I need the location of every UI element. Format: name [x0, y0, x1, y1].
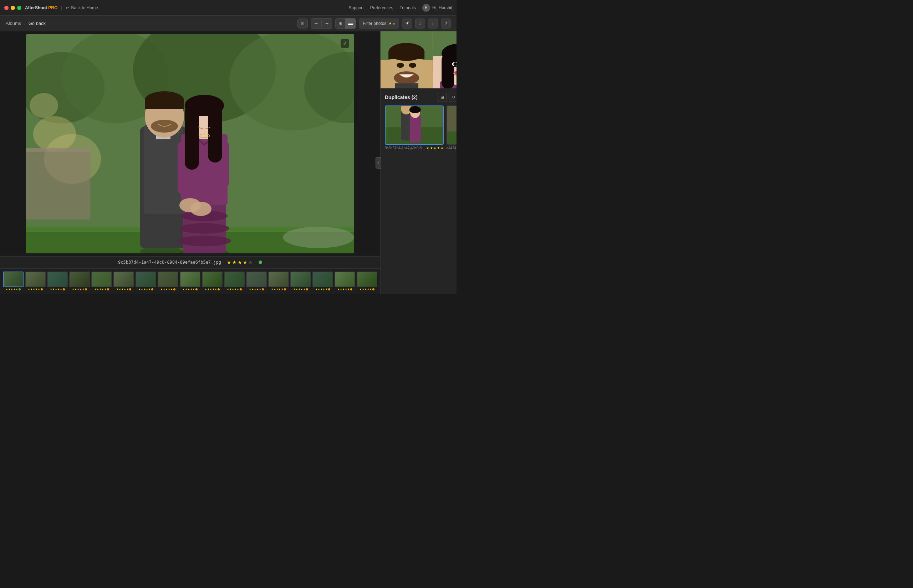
photo-info-bar: 9c5b37d4-1a47-49c0-8984-89efae6fb5e7.jpg… [0, 256, 380, 268]
sort-button[interactable]: ↕ [415, 19, 425, 29]
zoom-out-button[interactable]: − [311, 19, 321, 29]
zoom-in-button[interactable]: + [322, 19, 332, 29]
face-thumb-man[interactable] [380, 31, 433, 88]
back-home-icon: ↩ [66, 5, 69, 10]
breadcrumb: Albums › Go back [6, 21, 46, 26]
film-thumb-img-2 [25, 271, 46, 287]
svg-rect-20 [145, 100, 184, 109]
toolbar: Albums › Go back ⊡ − + ⊞ ▬ Filter photos… [0, 16, 456, 31]
film-thumb-6[interactable]: ★★★★★ [113, 271, 134, 291]
star-4[interactable]: ★ [243, 259, 248, 265]
photo-color-dot [259, 260, 262, 264]
svg-point-31 [190, 202, 212, 216]
albums-breadcrumb[interactable]: Albums [6, 21, 21, 26]
grid-view-button[interactable]: ⊞ [336, 19, 345, 29]
titlebar: AfterShoot PRO | ↩ Back to Home Support … [0, 0, 456, 16]
traffic-lights [4, 6, 21, 10]
collapse-icon: › [378, 161, 379, 165]
preferences-link[interactable]: Preferences [370, 5, 393, 10]
support-link[interactable]: Support [349, 5, 364, 10]
film-thumb-img-3 [47, 271, 68, 287]
photo-panel: ⤢ 9c5b37d4-1a47-49c0-8984-89efae6fb5e7.j… [0, 31, 380, 294]
main-photo [26, 34, 354, 254]
star-3[interactable]: ★ [238, 259, 242, 265]
filter-photos-label: Filter photos [363, 21, 386, 26]
dup-thumb-img-1 [385, 105, 444, 145]
face-section [380, 31, 456, 88]
svg-point-46 [409, 63, 416, 68]
help-button[interactable]: ? [441, 19, 451, 29]
film-thumb-info-1: ★★★★★ [3, 288, 24, 291]
title-separator: | [61, 5, 62, 10]
tutorials-link[interactable]: Tutorials [400, 5, 416, 10]
film-thumb-16[interactable]: ★★★★★ [335, 271, 355, 291]
svg-point-44 [394, 71, 419, 84]
duplicates-grid: 9c5b37d4-1a47-49c0-8... ★★★★★ [385, 105, 456, 150]
main-photo-container[interactable]: ⤢ [26, 34, 354, 254]
svg-rect-43 [389, 52, 424, 59]
svg-rect-34 [185, 105, 199, 170]
film-thumb-1[interactable]: ★★★★★ [3, 271, 24, 291]
svg-rect-67 [410, 114, 421, 142]
breadcrumb-arrow: › [24, 21, 25, 26]
svg-point-8 [29, 93, 58, 118]
app-name: AfterShoot PRO [25, 5, 57, 10]
photo-stars: ★ ★ ★ ★ ★ [227, 259, 253, 265]
funnel-button[interactable]: ⧩ [402, 19, 412, 29]
film-thumb-7[interactable]: ★★★★★ [136, 271, 156, 291]
duplicates-title: Duplicates (2) [385, 94, 418, 100]
back-home-label: Back to Home [71, 5, 98, 10]
svg-point-13 [283, 227, 354, 248]
svg-rect-10 [26, 148, 90, 152]
film-strip[interactable]: ★★★★★ ★★★★★ ★★★★★ ★★★★★ ★★★★★ [0, 268, 380, 294]
dup-stars-1: ★★★★★ [426, 146, 444, 150]
main-content: ⤢ 9c5b37d4-1a47-49c0-8984-89efae6fb5e7.j… [0, 31, 456, 294]
minimize-button[interactable] [11, 6, 15, 10]
svg-rect-9 [26, 148, 90, 220]
dup-thumb-info-1: 9c5b37d4-1a47-49c0-8... ★★★★★ [385, 146, 444, 150]
film-thumb-3[interactable]: ★★★★★ [47, 271, 68, 291]
svg-rect-35 [208, 105, 222, 163]
fit-view-button[interactable]: ⊡ [298, 19, 308, 29]
film-thumb-9[interactable]: ★★★★★ [180, 271, 201, 291]
dup-grid-view-button[interactable]: ⊞ [438, 93, 447, 102]
film-thumb-12[interactable]: ★★★★★ [246, 271, 267, 291]
film-thumb-8[interactable]: ★★★★★ [158, 271, 178, 291]
dup-filename-2: a4474911-d982-4eb2-a... [447, 146, 456, 150]
film-thumb-17[interactable]: ★★★★★ [357, 271, 377, 291]
film-thumb-14[interactable]: ★★★★★ [290, 271, 311, 291]
back-home-button[interactable]: ↩ Back to Home [66, 5, 98, 10]
film-thumb-img-1 [3, 271, 24, 287]
duplicates-section: Duplicates (2) ⊞ ↺ ⊟ ≡ [380, 88, 456, 294]
film-thumb-5[interactable]: ★★★★★ [91, 271, 112, 291]
filter-star-icon: ★ [389, 21, 392, 26]
main-photo-area: ⤢ [0, 31, 380, 256]
film-thumb-11[interactable]: ★★★★★ [224, 271, 244, 291]
svg-rect-47 [395, 83, 418, 88]
svg-point-69 [410, 106, 421, 113]
film-thumb-2[interactable]: ★★★★★ [25, 271, 46, 291]
star-2[interactable]: ★ [232, 259, 237, 265]
film-thumb-13[interactable]: ★★★★★ [268, 271, 289, 291]
svg-point-36 [185, 98, 224, 113]
dup-filename-1: 9c5b37d4-1a47-49c0-8... [385, 146, 425, 150]
close-button[interactable] [4, 6, 8, 10]
dup-refresh-button[interactable]: ↺ [449, 93, 456, 102]
expand-photo-button[interactable]: ⤢ [341, 39, 349, 48]
face-thumb-woman[interactable] [433, 31, 457, 88]
film-thumb-10[interactable]: ★★★★★ [202, 271, 223, 291]
fullscreen-button[interactable] [17, 6, 21, 10]
info-button[interactable]: i [428, 19, 438, 29]
dup-thumb-2[interactable]: a4474911-d982-4eb2-a... ★★★ [447, 105, 456, 150]
star-1[interactable]: ★ [227, 259, 231, 265]
filter-photos-button[interactable]: Filter photos ★ ● [359, 19, 399, 29]
film-thumb-15[interactable]: ★★★★★ [312, 271, 333, 291]
dup-thumb-1[interactable]: 9c5b37d4-1a47-49c0-8... ★★★★★ [385, 105, 444, 150]
zoom-group: − + [311, 18, 333, 29]
star-5[interactable]: ★ [248, 259, 253, 265]
titlebar-right: Support Preferences Tutorials H Hi, Hars… [349, 4, 452, 12]
list-view-button[interactable]: ▬ [345, 19, 356, 29]
go-back-breadcrumb[interactable]: Go back [29, 21, 46, 26]
film-thumb-4[interactable]: ★★★★★ [69, 271, 90, 291]
toolbar-controls: ⊡ − + ⊞ ▬ Filter photos ★ ● ⧩ ↕ i ? [298, 18, 451, 29]
